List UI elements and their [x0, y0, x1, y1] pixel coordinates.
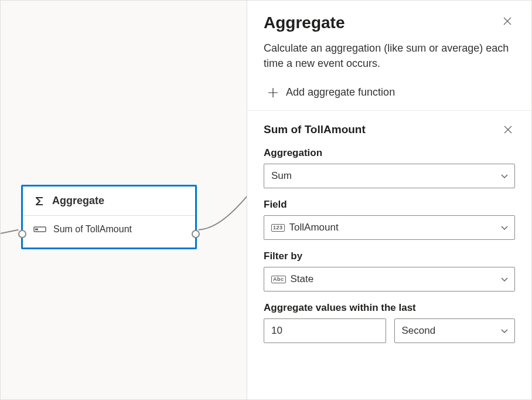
node-title: Aggregate — [52, 195, 104, 207]
field-label: Field — [264, 199, 515, 211]
chevron-down-icon — [500, 275, 509, 283]
add-aggregate-label: Add aggregate function — [286, 86, 395, 99]
chevron-down-icon — [500, 172, 509, 180]
node-output-port[interactable] — [192, 230, 200, 238]
plus-icon — [267, 87, 279, 99]
add-aggregate-button[interactable]: Add aggregate function — [264, 84, 515, 110]
node-item-label: Sum of TollAmount — [53, 224, 132, 235]
close-icon — [502, 16, 513, 26]
panel-title: Aggregate — [264, 13, 345, 32]
aggregate-node[interactable]: Aggregate Sum of TollAmount — [21, 185, 197, 249]
aggregation-label: Aggregation — [264, 147, 515, 159]
aggregation-select[interactable]: Sum — [264, 164, 515, 188]
window-unit-select[interactable]: Second — [394, 318, 516, 343]
aggregation-value: Sum — [271, 170, 292, 182]
column-icon — [33, 225, 46, 234]
window-value-input[interactable] — [264, 318, 386, 343]
node-input-port[interactable] — [18, 230, 26, 238]
chevron-down-icon — [500, 223, 509, 232]
text-type-badge: Abc — [271, 276, 286, 283]
filter-by-label: Filter by — [264, 250, 515, 262]
node-body: Sum of TollAmount — [23, 216, 195, 248]
filter-by-value: State — [291, 273, 314, 285]
node-header: Aggregate — [23, 187, 195, 216]
close-icon — [503, 125, 513, 134]
section-title: Sum of TollAmount — [264, 123, 366, 136]
window-label: Aggregate values within the last — [264, 302, 515, 314]
window-unit-value: Second — [402, 325, 436, 337]
filter-by-select[interactable]: Abc State — [264, 267, 515, 291]
properties-panel: Aggregate Calculate an aggregation (like… — [247, 1, 531, 399]
svg-rect-1 — [35, 229, 38, 230]
sigma-icon — [33, 195, 45, 207]
field-value: TollAmount — [289, 222, 339, 233]
close-panel-button[interactable] — [500, 13, 515, 29]
panel-description: Calculate an aggregation (like sum or av… — [264, 40, 515, 71]
design-canvas[interactable]: Aggregate Sum of TollAmount — [1, 1, 247, 399]
numeric-type-badge: 123 — [271, 224, 285, 232]
remove-section-button[interactable] — [501, 123, 515, 137]
field-select[interactable]: 123 TollAmount — [264, 215, 515, 240]
chevron-down-icon — [500, 327, 509, 335]
